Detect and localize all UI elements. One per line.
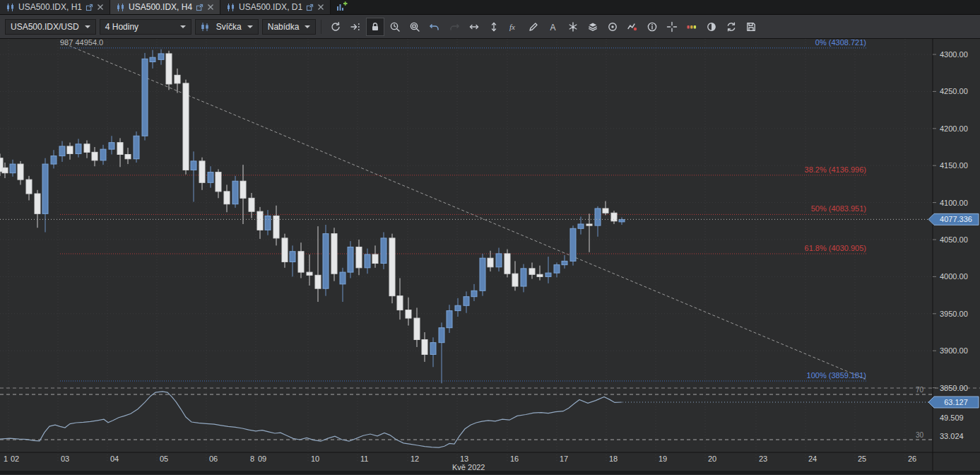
toolbar-button-functions[interactable]: fx — [504, 18, 523, 36]
chart-tab-3[interactable]: USA500.IDX, D1 — [220, 0, 331, 14]
toolbar-button-layers[interactable] — [584, 18, 602, 36]
price-axis-label: 4050.00 — [940, 235, 968, 244]
detach-tab-icon[interactable] — [85, 4, 93, 11]
x-axis-label: 16 — [510, 455, 519, 463]
rsi-axis-label: 33.024 — [940, 432, 964, 440]
x-axis-label: 8 — [250, 455, 254, 463]
toolbar-separator — [321, 20, 321, 34]
candle-body — [586, 224, 592, 225]
candle-body — [381, 238, 386, 264]
x-axis-label: 03 — [61, 455, 69, 463]
fib-level-label: 0% (4308.721) — [815, 39, 866, 47]
x-axis-label: 11 — [360, 455, 368, 463]
toolbar-button-save[interactable] — [742, 18, 760, 36]
toolbar-button-undo[interactable] — [425, 18, 444, 36]
toolbar-button-info[interactable] — [643, 18, 661, 36]
toolbar-button-shapes[interactable] — [564, 18, 582, 36]
bottom-strip — [0, 471, 980, 474]
toolbar-button-sentiment[interactable] — [683, 18, 701, 36]
timeframe-select[interactable]: 4 Hodiny — [100, 19, 191, 35]
candle-body — [166, 54, 172, 84]
candle-body — [439, 328, 444, 343]
sync-icon — [726, 21, 737, 33]
candle-body — [282, 238, 288, 262]
candle-body — [257, 211, 263, 230]
toolbar-button-vertical-resize[interactable] — [485, 18, 503, 36]
x-axis-label: 20 — [708, 455, 716, 463]
chevron-down-icon — [180, 25, 186, 28]
layers-icon — [587, 21, 598, 33]
detach-tab-icon[interactable] — [306, 4, 314, 11]
timeframe-select-value: 4 Hodiny — [105, 22, 138, 32]
menu-select[interactable]: Nabídka — [262, 19, 317, 35]
fib-level-label: 61.8% (4030.905) — [805, 244, 866, 252]
rsi-axis-label: 49.509 — [940, 414, 964, 422]
candle-body — [406, 310, 411, 319]
candle-body — [422, 339, 427, 354]
x-axis-label: 17 — [560, 455, 568, 463]
candle-body — [10, 164, 16, 173]
candle-body — [595, 209, 601, 225]
toolbar-button-text[interactable]: A — [544, 18, 562, 36]
time-axis-band — [0, 452, 980, 471]
toolbar-button-scroll-to-end[interactable] — [346, 18, 365, 36]
zoom-time-icon — [389, 21, 401, 33]
candle-body — [84, 144, 90, 153]
toolbar-button-refresh[interactable] — [326, 18, 345, 36]
candle-body — [125, 154, 131, 158]
zoom-area-icon — [409, 21, 420, 33]
candle-body — [191, 161, 196, 170]
toolbar-button-zoom-time[interactable] — [386, 18, 404, 36]
new-chart-button[interactable] — [331, 0, 353, 14]
candle-body — [521, 269, 526, 286]
price-axis-label: 4200.00 — [940, 124, 968, 133]
x-axis-label: 25 — [858, 455, 866, 463]
candle-body — [504, 254, 510, 274]
price-axis-label: 4250.00 — [940, 87, 968, 95]
toolbar-button-redo[interactable] — [445, 18, 464, 36]
chart-area[interactable]: 0% (4308.721)38.2% (4136.996)50% (4083.9… — [0, 39, 980, 475]
chart-tab-2[interactable]: USA500.IDX, H4 — [110, 0, 220, 14]
candle-body — [142, 59, 148, 136]
x-axis-label: 02 — [11, 455, 19, 463]
toolbar-button-sync[interactable] — [722, 18, 740, 36]
toolbar-button-draw[interactable] — [524, 18, 543, 36]
x-axis-label: 1 — [4, 455, 8, 463]
close-tab-icon[interactable] — [317, 4, 324, 11]
candle-body — [290, 252, 295, 262]
candle-body — [199, 161, 205, 182]
toolbar-button-zoom-area[interactable] — [406, 18, 424, 36]
candle-body — [331, 234, 337, 274]
toolbar-button-theme[interactable] — [702, 18, 721, 36]
candle-body — [134, 136, 139, 158]
toolbar-button-crosshair[interactable] — [663, 18, 681, 36]
tab-label: USA500.IDX, H4 — [129, 2, 192, 12]
save-icon — [745, 21, 757, 33]
close-tab-icon[interactable] — [97, 4, 104, 11]
toolbar-button-lock[interactable] — [366, 18, 384, 36]
vertical-resize-icon — [488, 21, 500, 33]
toolbar-button-horizontal-resize[interactable] — [465, 18, 483, 36]
candle-body — [512, 274, 518, 286]
candle-body — [365, 254, 370, 268]
candle-body — [372, 254, 378, 264]
candle-body — [67, 146, 73, 153]
chart-tab-1[interactable]: USA500.IDX, H1 — [0, 0, 110, 14]
toolbar-button-viewport[interactable] — [603, 18, 622, 36]
candle-body — [92, 152, 98, 160]
text-icon: A — [548, 21, 559, 33]
add-chart-icon — [336, 1, 348, 14]
theme-icon — [706, 21, 717, 33]
symbol-select[interactable]: USA500.IDX/USD — [5, 19, 96, 35]
candle-body — [455, 305, 461, 310]
chart-type-select[interactable]: Svíčka — [195, 19, 259, 35]
candle-body — [2, 168, 8, 172]
close-tab-icon[interactable] — [207, 4, 214, 11]
chart-tab-bar: USA500.IDX, H1USA500.IDX, H4USA500.IDX, … — [0, 0, 980, 15]
toolbar-button-signals[interactable] — [623, 18, 642, 36]
fib-level-label: 50% (4083.951) — [811, 204, 866, 213]
candle-body — [51, 156, 57, 165]
candlestick-icon — [226, 3, 235, 12]
chart-canvas[interactable]: 0% (4308.721)38.2% (4136.996)50% (4083.9… — [0, 39, 980, 474]
detach-tab-icon[interactable] — [196, 4, 203, 11]
